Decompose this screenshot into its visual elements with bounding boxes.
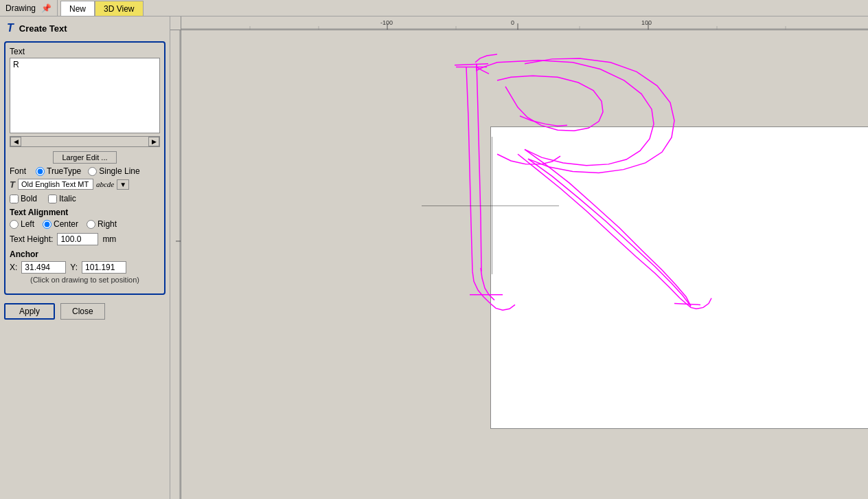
y-label: Y: [70, 263, 78, 272]
singleline-radio[interactable] [88, 167, 97, 176]
apply-button[interactable]: Apply [4, 303, 55, 320]
anchor-coords-row: X: Y: [10, 261, 160, 274]
height-label: Text Height: [10, 234, 53, 244]
y-input[interactable] [82, 261, 126, 274]
font-section: Font TrueType Single Line T abcde ▼ [10, 166, 160, 190]
top-bar: Drawing 📌 New 3D View [0, 0, 868, 16]
alignment-section: Text Alignment Left Center Right [10, 208, 160, 229]
align-right-radio[interactable] [87, 220, 95, 229]
text-section: Text R ◀ ▶ [10, 47, 160, 147]
align-right-label: Right [98, 219, 117, 229]
title-area: Drawing 📌 [0, 0, 58, 16]
x-input[interactable] [21, 261, 66, 274]
font-t-icon: T [10, 179, 15, 190]
h-scrollbar[interactable]: ◀ ▶ [10, 136, 160, 147]
height-row: Text Height: mm [10, 233, 160, 245]
truetype-label: TrueType [47, 166, 81, 176]
larger-edit-button[interactable]: Larger Edit ... [53, 151, 116, 164]
canvas-area[interactable]: -100 0 100 -100 [170, 16, 868, 499]
button-row: Apply Close [4, 303, 165, 320]
font-preview: abcde [96, 180, 114, 188]
font-selector-row: T abcde ▼ [10, 179, 160, 190]
drawing-canvas[interactable] [181, 30, 868, 499]
bold-checkbox[interactable] [10, 195, 19, 203]
align-center-group: Center [43, 219, 78, 229]
align-right-group: Right [87, 219, 117, 229]
svg-text:-100: -100 [380, 19, 393, 26]
pin-icon: 📌 [41, 3, 52, 13]
ruler-corner [170, 16, 181, 30]
scroll-left-btn[interactable]: ◀ [10, 137, 21, 146]
font-dropdown-button[interactable]: ▼ [117, 179, 129, 190]
panel-header: T Create Text [4, 21, 165, 36]
align-left-group: Left [10, 219, 34, 229]
main-area: T Create Text Text R ◀ ▶ Larger Edit ...… [0, 16, 868, 499]
scroll-right-btn[interactable]: ▶ [148, 137, 159, 146]
italic-label: Italic [59, 194, 76, 203]
anchor-section: Anchor X: Y: (Click on drawing to set po… [10, 250, 160, 284]
style-checkbox-row: Bold Italic [10, 194, 160, 203]
align-center-radio[interactable] [43, 220, 52, 229]
italic-checkbox[interactable] [48, 195, 57, 203]
truetype-radio-group: TrueType [36, 166, 81, 176]
truetype-radio[interactable] [36, 167, 45, 176]
font-name-input[interactable] [18, 179, 93, 190]
height-input[interactable] [57, 233, 98, 245]
close-button[interactable]: Close [60, 303, 105, 320]
text-input[interactable]: R [10, 58, 160, 133]
alignment-title: Text Alignment [10, 208, 160, 217]
panel-title: Create Text [19, 23, 67, 34]
font-label: Font [10, 166, 26, 176]
text-label: Text [10, 47, 160, 56]
align-left-radio[interactable] [10, 220, 19, 229]
tab-3dview[interactable]: 3D View [95, 1, 143, 16]
tab-area: New 3D View [58, 0, 143, 16]
tab-new[interactable]: New [60, 1, 95, 16]
letter-drawing-svg [181, 30, 868, 499]
ruler-horizontal: -100 0 100 [181, 16, 868, 30]
singleline-radio-group: Single Line [88, 166, 139, 176]
app-title: Drawing [5, 3, 36, 13]
create-text-icon: T [7, 22, 14, 34]
x-label: X: [10, 263, 17, 272]
ruler-vertical: -100 [170, 30, 181, 499]
panel-blue-border: Text R ◀ ▶ Larger Edit ... Font TrueType [4, 41, 165, 295]
bold-label: Bold [21, 194, 37, 203]
bold-checkbox-group: Bold [10, 194, 37, 203]
crosshair-h [422, 206, 559, 206]
height-unit: mm [102, 234, 116, 244]
align-center-label: Center [54, 219, 78, 229]
anchor-title: Anchor [10, 250, 160, 259]
svg-text:0: 0 [511, 19, 514, 26]
alignment-row: Left Center Right [10, 219, 160, 229]
svg-text:100: 100 [641, 19, 652, 26]
click-hint: (Click on drawing to set position) [10, 276, 160, 284]
align-left-label: Left [21, 219, 34, 229]
singleline-label: Single Line [99, 166, 139, 176]
italic-checkbox-group: Italic [48, 194, 76, 203]
font-type-row: Font TrueType Single Line [10, 166, 160, 176]
left-panel: T Create Text Text R ◀ ▶ Larger Edit ...… [0, 16, 170, 499]
